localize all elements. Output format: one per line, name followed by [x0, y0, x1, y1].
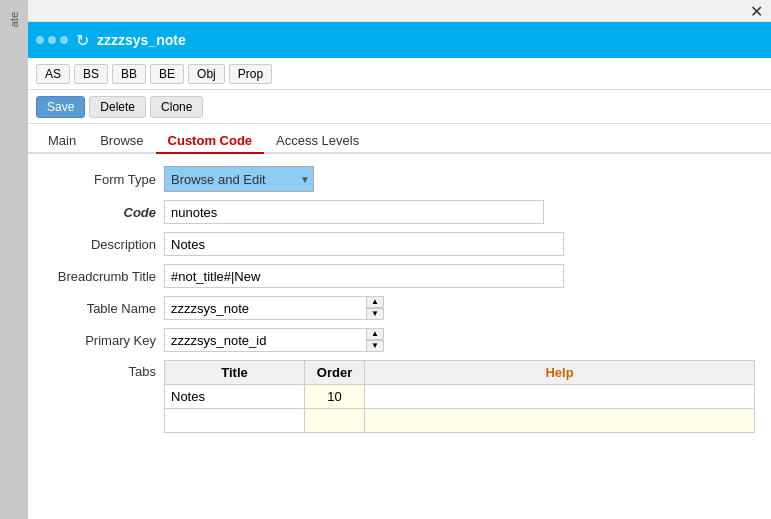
breadcrumb-input[interactable] — [164, 264, 564, 288]
description-input[interactable] — [164, 232, 564, 256]
table-row — [165, 385, 755, 409]
tab-help-cell-2 — [365, 409, 755, 433]
primary-key-label: Primary Key — [44, 333, 164, 348]
tab-custom-code[interactable]: Custom Code — [156, 129, 265, 154]
refresh-icon[interactable]: ↻ — [76, 31, 89, 50]
tabs-label-row: Tabs Title Order Help — [44, 360, 755, 433]
tab-title-cell-2 — [165, 409, 305, 433]
toolbar-btn-prop[interactable]: Prop — [229, 64, 272, 84]
left-sidebar: ate — [0, 0, 28, 519]
title-bar-dot — [48, 36, 56, 44]
table-name-wrapper: ▲ ▼ — [164, 296, 384, 320]
title-bar-dot — [60, 36, 68, 44]
tab-title-input-2[interactable] — [165, 409, 304, 432]
delete-button[interactable]: Delete — [89, 96, 146, 118]
tab-order-input-2[interactable] — [305, 409, 364, 432]
table-name-label: Table Name — [44, 301, 164, 316]
tab-browse[interactable]: Browse — [88, 129, 155, 152]
table-name-down[interactable]: ▼ — [366, 308, 384, 320]
primary-key-down[interactable]: ▼ — [366, 340, 384, 352]
tab-access-levels[interactable]: Access Levels — [264, 129, 371, 152]
tab-order-cell — [305, 385, 365, 409]
table-row — [165, 409, 755, 433]
primary-key-row: Primary Key ▲ ▼ — [44, 328, 755, 352]
description-row: Description — [44, 232, 755, 256]
primary-key-up[interactable]: ▲ — [366, 328, 384, 340]
code-row: Code — [44, 200, 755, 224]
primary-key-spinner: ▲ ▼ — [366, 328, 384, 352]
toolbar-btn-bs[interactable]: BS — [74, 64, 108, 84]
toolbar-btn-bb[interactable]: BB — [112, 64, 146, 84]
col-header-help: Help — [365, 361, 755, 385]
table-name-spinner: ▲ ▼ — [366, 296, 384, 320]
col-header-order: Order — [305, 361, 365, 385]
tab-main[interactable]: Main — [36, 129, 88, 152]
main-content: ✕ ↻ zzzzsys_note AS BS BB BE Obj Prop Sa… — [28, 0, 771, 519]
tabs-table-wrapper: Title Order Help — [164, 360, 755, 433]
toolbar-btn-be[interactable]: BE — [150, 64, 184, 84]
description-label: Description — [44, 237, 164, 252]
save-button[interactable]: Save — [36, 96, 85, 118]
title-bar-dot — [36, 36, 44, 44]
form-type-label: Form Type — [44, 172, 164, 187]
action-bar: Save Delete Clone — [28, 90, 771, 124]
toolbar-btn-as[interactable]: AS — [36, 64, 70, 84]
col-header-title: Title — [165, 361, 305, 385]
tabs-table: Title Order Help — [164, 360, 755, 433]
close-button[interactable]: ✕ — [746, 2, 767, 19]
breadcrumb-row: Breadcrumb Title — [44, 264, 755, 288]
table-name-input[interactable] — [164, 296, 384, 320]
title-bar: ↻ zzzzsys_note — [28, 22, 771, 58]
breadcrumb-label: Breadcrumb Title — [44, 269, 164, 284]
window-title: zzzzsys_note — [97, 32, 186, 48]
form-content: Form Type Browse and Edit Edit Only Brow… — [28, 154, 771, 519]
window-top-bar: ✕ — [28, 0, 771, 22]
clone-button[interactable]: Clone — [150, 96, 203, 118]
tab-help-input-2[interactable] — [365, 409, 754, 432]
tab-order-cell-2 — [305, 409, 365, 433]
table-name-row: Table Name ▲ ▼ — [44, 296, 755, 320]
tabs-section-label: Tabs — [44, 360, 164, 379]
primary-key-wrapper: ▲ ▼ — [164, 328, 384, 352]
table-name-up[interactable]: ▲ — [366, 296, 384, 308]
code-input[interactable] — [164, 200, 544, 224]
tab-title-input-1[interactable] — [165, 385, 304, 408]
code-label: Code — [44, 205, 164, 220]
tab-help-input-1[interactable] — [365, 385, 754, 408]
tab-order-input-1[interactable] — [305, 385, 364, 408]
form-type-row: Form Type Browse and Edit Edit Only Brow… — [44, 166, 755, 192]
form-type-select-wrapper: Browse and Edit Edit Only Browse Only Cu… — [164, 166, 314, 192]
tab-title-cell — [165, 385, 305, 409]
form-type-select[interactable]: Browse and Edit Edit Only Browse Only Cu… — [164, 166, 314, 192]
toolbar-btn-obj[interactable]: Obj — [188, 64, 225, 84]
toolbar: AS BS BB BE Obj Prop — [28, 58, 771, 90]
tabs-bar: Main Browse Custom Code Access Levels — [28, 124, 771, 154]
sidebar-label: ate — [8, 12, 20, 27]
tabs-section: Tabs Title Order Help — [44, 360, 755, 433]
primary-key-input[interactable] — [164, 328, 384, 352]
tab-help-cell — [365, 385, 755, 409]
title-bar-dots — [36, 36, 68, 44]
